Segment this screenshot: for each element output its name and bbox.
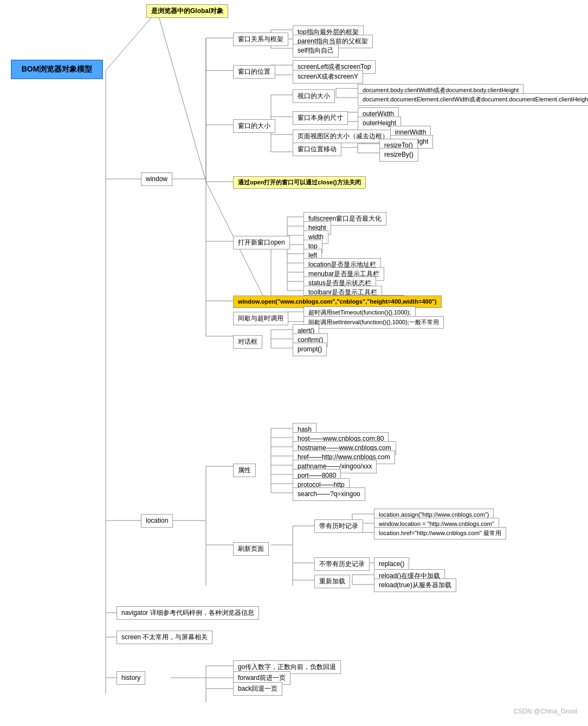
history-node: history — [117, 671, 145, 685]
reload-server: reload(true)从服务器加载 — [374, 579, 456, 592]
search-node: search——?q=xingoo — [293, 487, 365, 501]
location-node: location — [141, 514, 173, 528]
main-node: BOM浏览器对象模型 — [11, 60, 103, 79]
no-history: 不带有历史记录 — [314, 557, 370, 571]
interval-node: 间歇与超时调用 — [233, 312, 288, 325]
window-frame-node: 窗口关系与框架 — [233, 33, 288, 46]
screen-node: screen 不太常用，与屏幕相关 — [117, 631, 212, 644]
back-node: back回退一页 — [233, 682, 282, 696]
window-pos-node: 窗口的位置 — [233, 65, 275, 79]
global-node: 是浏览器中的Global对象 — [146, 4, 228, 18]
watermark: CSDN @China_Groot — [513, 708, 577, 715]
with-history: 带有历时记录 — [314, 519, 363, 533]
svg-line-0 — [106, 11, 157, 70]
resize-by: resizeBy() — [379, 148, 418, 162]
page-view: 页面视图区的大小（减去边框） — [293, 130, 393, 143]
window-size-node: 窗口的大小 — [233, 119, 275, 133]
navigator-node: navigator 详细参考代码样例，各种浏览器信息 — [117, 606, 259, 620]
reload-node: 重新加载 — [314, 575, 350, 588]
svg-line-93 — [157, 11, 206, 182]
window-pos-2: screenX或者screenY — [293, 70, 363, 83]
viewport-2: document.documentElement.clientWidth或者do… — [358, 93, 588, 106]
window-move: 窗口位置移动 — [293, 143, 341, 156]
window-frame-3: self指向自己 — [293, 44, 339, 57]
open-note: 通过open打开的窗口可以通过close()方法关闭 — [233, 176, 366, 189]
location-attr: 属性 — [233, 464, 256, 477]
window-self-size: 窗口本身的尺寸 — [293, 111, 348, 125]
setinterval-node: 间歇调用setInterval(function(){},1000);一般不常用 — [303, 316, 444, 329]
prompt-node: prompt() — [293, 343, 327, 356]
open-new: 打开新窗口open — [233, 236, 290, 249]
connector-lines — [0, 0, 588, 726]
window-node: window — [141, 172, 172, 186]
dialog-node: 对话框 — [233, 335, 262, 349]
viewport-size-node: 视口的大小 — [293, 89, 335, 103]
refresh-node: 刷新页面 — [233, 542, 269, 556]
diagram-container: BOM浏览器对象模型 是浏览器中的Global对象 window 窗口关系与框架… — [0, 0, 588, 726]
href-set: location.href="http://www.cnblogs.com" 最… — [374, 527, 506, 539]
